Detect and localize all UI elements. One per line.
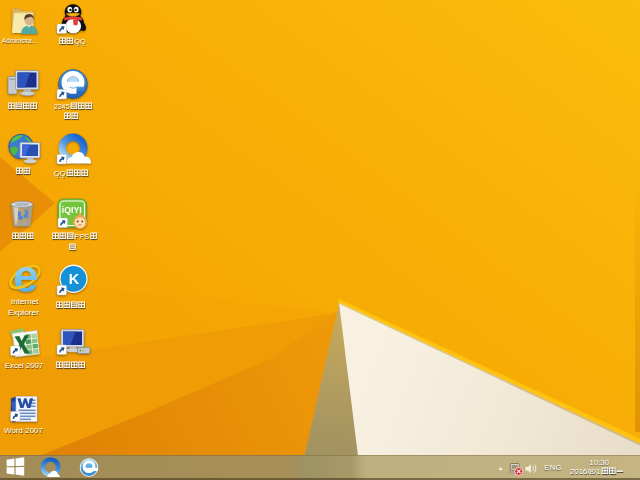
svg-text:PPS: PPS	[74, 232, 89, 241]
svg-text:Excel 2007: Excel 2007	[5, 361, 44, 370]
svg-text:K: K	[69, 271, 80, 287]
svg-text:2345: 2345	[54, 102, 70, 111]
svg-text:Internet: Internet	[11, 297, 39, 306]
svg-text:iQIYI: iQIYI	[62, 204, 82, 215]
svg-text:QQ: QQ	[74, 37, 86, 46]
svg-text:Administra...: Administra...	[2, 36, 37, 45]
svg-text:QQ: QQ	[54, 169, 66, 178]
svg-text:Explorer: Explorer	[8, 308, 39, 317]
svg-text:e: e	[13, 250, 39, 302]
svg-text:Word 2007: Word 2007	[4, 426, 44, 435]
svg-text:2016/8/1: 2016/8/1	[570, 467, 601, 476]
